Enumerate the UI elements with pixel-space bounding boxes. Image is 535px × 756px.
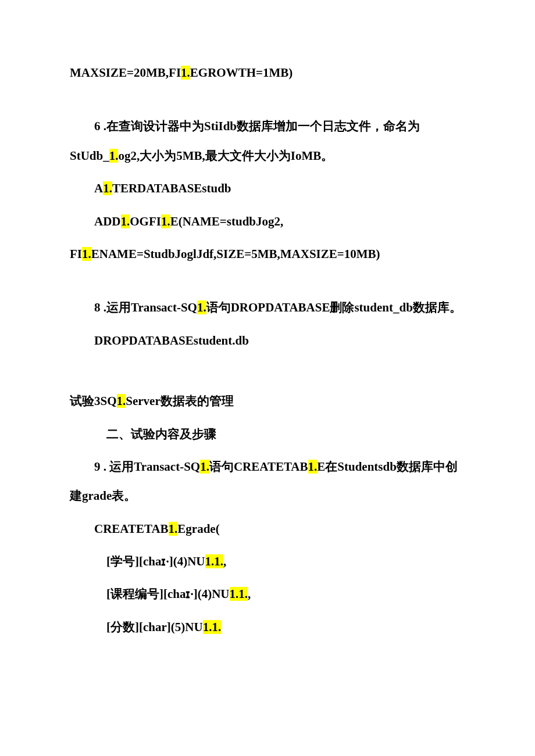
text: DROPDATABASEstudent.db	[94, 334, 249, 347]
text: TERDATABASEstudb	[112, 181, 231, 195]
document-page: MAXSIZE=20MB,FI1.EGROWTH=1MB) 6 .在查询设计器中…	[0, 0, 535, 756]
spacer	[70, 272, 465, 293]
item-6: 6 .在查询设计器中为StiIdb数据库增加一个日志文件，命名为StUdb_1.…	[70, 112, 465, 170]
text: CREATETAB	[94, 522, 169, 536]
text: 9 . 运用Transact-SQ	[94, 460, 200, 474]
text: 语句CREATETAB	[209, 460, 308, 474]
line-maxsize: MAXSIZE=20MB,FI1.EGROWTH=1MB)	[70, 58, 465, 87]
text: ,	[248, 587, 251, 601]
text: 语句DROPDATABASE删除student_db数据库。	[206, 300, 462, 314]
highlight: 1.	[197, 300, 206, 314]
text: ENAME=StudbJoglJdf,SIZE=5MB,MAXSIZE=10MB…	[91, 247, 380, 261]
sql-alter: A1.TERDATABASEstudb	[70, 174, 465, 203]
section-title: 试验3SQ1.Server数据表的管理	[70, 386, 465, 415]
sql-dropdb: DROPDATABASEstudent.db	[70, 326, 465, 355]
highlight: 1.1.	[203, 620, 222, 634]
text: [课程编号][chaɪ·](4)NU	[106, 587, 230, 601]
text: 二、试验内容及步骤	[106, 427, 216, 441]
text: EGROWTH=1MB)	[190, 66, 293, 80]
text: MAXSIZE=20MB,FI	[70, 66, 181, 80]
highlight: 1.	[169, 522, 178, 536]
highlight: 1.	[82, 247, 91, 261]
sql-col-3: [分数][char](5)NU1.1.	[70, 612, 465, 642]
text: studbJog2,	[227, 214, 283, 228]
text: ADD	[94, 214, 121, 228]
spacer	[70, 91, 465, 112]
highlight: 1.	[109, 149, 119, 163]
text: og2,大小为5MB,最大文件大小为IoMB。	[118, 149, 333, 163]
text: 8 .运用Transact-SQ	[94, 300, 197, 314]
highlight: 1.	[200, 460, 209, 474]
text: OGFI	[130, 214, 161, 228]
text: ,	[223, 554, 226, 568]
highlight: 1.	[103, 181, 112, 195]
highlight: 1.	[121, 214, 130, 228]
spacer	[70, 359, 465, 386]
subsection-title: 二、试验内容及步骤	[70, 420, 465, 449]
text: [学号][chaɪ·](4)NU	[106, 554, 205, 568]
highlight: 1.1.	[230, 587, 248, 601]
sql-filename: FI1.ENAME=StudbJoglJdf,SIZE=5MB,MAXSIZE=…	[70, 239, 465, 268]
highlight: 1.1.	[205, 554, 224, 568]
text: 试验3SQ	[70, 394, 117, 408]
text: FI	[70, 247, 82, 261]
item-8: 8 .运用Transact-SQ1.语句DROPDATABASE删除studen…	[70, 293, 465, 322]
text: A	[94, 181, 103, 195]
sql-col-1: [学号][chaɪ·](4)NU1.1.,	[70, 547, 465, 576]
sql-addlogfile: ADD1.OGFI1.E(NAME=studbJog2,	[70, 207, 465, 236]
item-9: 9 . 运用Transact-SQ1.语句CREATETAB1.E在Studen…	[70, 452, 465, 511]
text: Server数据表的管理	[126, 394, 233, 408]
highlight: 1.	[117, 394, 126, 408]
highlight: 1.	[308, 460, 318, 474]
text: E(NAME=	[170, 214, 227, 228]
sql-createtable: CREATETAB1.Egrade(	[70, 514, 465, 543]
highlight: 1.	[161, 214, 170, 228]
text: Egrade(	[177, 522, 219, 536]
sql-col-2: [课程编号][chaɪ·](4)NU1.1.,	[70, 579, 465, 608]
text: [分数][char](5)NU	[106, 620, 203, 634]
highlight: 1.	[181, 66, 190, 80]
